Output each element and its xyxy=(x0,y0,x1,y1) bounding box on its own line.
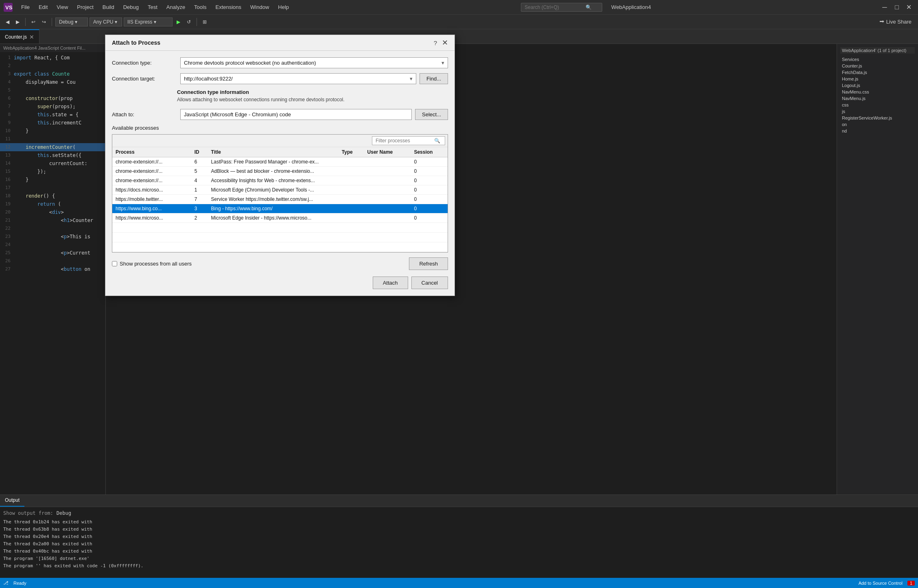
menu-project[interactable]: Project xyxy=(73,2,97,12)
menu-file[interactable]: File xyxy=(17,2,34,12)
empty-cell-2-4 xyxy=(364,242,411,252)
sidebar-item-logout[interactable]: Logout.js xyxy=(840,82,915,89)
connection-type-label: Connection type: xyxy=(112,60,177,66)
code-area[interactable]: 1 import React, { Com 2 3 export class C… xyxy=(0,52,105,275)
sidebar-item-counter[interactable]: Counter.js xyxy=(840,63,915,69)
sidebar-item-on[interactable]: on xyxy=(840,121,915,128)
process-row-6[interactable]: https://www.microso...2Microsoft Edge In… xyxy=(112,213,448,223)
process-cell-id-3: 1 xyxy=(191,185,208,195)
maximize-button[interactable]: □ xyxy=(891,2,903,13)
attach-to-control: JavaScript (Microsoft Edge - Chromium) c… xyxy=(180,109,448,120)
server-dropdown[interactable]: IIS Express ▾ xyxy=(124,17,173,26)
dialog-close-button[interactable]: ✕ xyxy=(442,39,448,46)
process-cell-username-4 xyxy=(364,195,411,204)
menu-analyze[interactable]: Analyze xyxy=(162,2,189,12)
show-all-users-label: Show processes from all users xyxy=(120,261,192,267)
attach-button[interactable]: Attach xyxy=(373,277,408,289)
menu-window[interactable]: Window xyxy=(246,2,273,12)
sidebar-item-home[interactable]: Home.js xyxy=(840,76,915,82)
process-cell-session-1: 0 xyxy=(411,167,448,176)
connection-type-dropdown[interactable]: Chrome devtools protocol websocket (no a… xyxy=(180,57,448,68)
empty-cell-0-2 xyxy=(208,223,339,233)
process-cell-username-2 xyxy=(364,176,411,185)
platform-dropdown[interactable]: Any CPU ▾ xyxy=(90,17,122,26)
menu-debug[interactable]: Debug xyxy=(119,2,143,12)
output-line-1: The thread 0x1b24 has exited with xyxy=(3,518,915,526)
process-row-2[interactable]: chrome-extension://...4Accessibility Ins… xyxy=(112,176,448,185)
sidebar-item-navmenucss[interactable]: NavMenu.css xyxy=(840,89,915,95)
code-line-3: 3 export class Counte xyxy=(0,70,105,78)
menu-edit[interactable]: Edit xyxy=(35,2,52,12)
connection-target-dropdown[interactable]: http://localhost:9222/ ▾ xyxy=(180,73,416,84)
code-line-16: 16 } xyxy=(0,176,105,184)
debug-config-dropdown[interactable]: Debug ▾ xyxy=(55,17,88,26)
process-cell-type-3 xyxy=(339,185,364,195)
empty-cell-1-0 xyxy=(112,233,191,242)
search-input[interactable] xyxy=(525,4,586,10)
live-share-button[interactable]: ⮕ Live Share xyxy=(876,17,915,26)
empty-cell-0-4 xyxy=(364,223,411,233)
forward-button[interactable]: ▶ xyxy=(13,18,22,26)
redo-button[interactable]: ↪ xyxy=(39,18,48,26)
menu-build[interactable]: Build xyxy=(98,2,118,12)
code-line-23: 23 <p>This is xyxy=(0,233,105,241)
search-box[interactable]: 🔍 xyxy=(521,3,602,12)
menu-extensions[interactable]: Extensions xyxy=(211,2,245,12)
filter-input-wrapper[interactable]: 🔍 xyxy=(372,136,445,145)
right-sidebar: WebApplication4' (1 of 1 project) Servic… xyxy=(837,44,918,495)
cancel-button[interactable]: Cancel xyxy=(411,277,448,289)
connection-target-label: Connection target: xyxy=(112,76,177,82)
code-line-12: 12 incrementCounter( xyxy=(0,143,105,151)
restart-button[interactable]: ↺ xyxy=(184,18,193,26)
col-id: ID xyxy=(191,147,208,157)
git-icon: ⎇ xyxy=(3,580,9,586)
process-row-3[interactable]: https://docs.microso...1Microsoft Edge (… xyxy=(112,185,448,195)
sidebar-item-serviceworker[interactable]: RegisterServiceWorker.js xyxy=(840,115,915,121)
code-line-26: 26 xyxy=(0,257,105,265)
sidebar-item-css[interactable]: css xyxy=(840,102,915,108)
minimize-button[interactable]: ─ xyxy=(879,2,890,13)
find-button[interactable]: Find... xyxy=(420,73,448,84)
select-button[interactable]: Select... xyxy=(415,109,448,120)
filter-processes-input[interactable] xyxy=(376,138,433,144)
process-cell-username-5 xyxy=(364,204,411,213)
show-all-users-input[interactable] xyxy=(112,261,117,266)
process-cell-id-5: 3 xyxy=(191,204,208,213)
attach-to-process-dialog: Attach to Process ? ✕ Connection type: C… xyxy=(105,35,455,296)
tab-close-button[interactable]: ✕ xyxy=(29,34,34,40)
sidebar-item-js[interactable]: js xyxy=(840,108,915,115)
toolbar-more[interactable]: ⊞ xyxy=(200,18,209,26)
output-tab[interactable]: Output xyxy=(0,494,24,507)
process-row-1[interactable]: chrome-extension://...5AdBlock — best ad… xyxy=(112,167,448,176)
process-cell-id-1: 5 xyxy=(191,167,208,176)
connection-target-control: http://localhost:9222/ ▾ Find... xyxy=(180,73,448,84)
process-cell-title-4: Service Worker https://mobile.twitter.co… xyxy=(208,195,339,204)
menu-view[interactable]: View xyxy=(52,2,72,12)
menu-help[interactable]: Help xyxy=(274,2,293,12)
sidebar-item-fetchdata[interactable]: FetchData.js xyxy=(840,69,915,76)
sidebar-item-services[interactable]: Services xyxy=(840,56,915,63)
tab-counter-js[interactable]: Counter.js ✕ xyxy=(0,29,39,44)
show-all-users-checkbox[interactable]: Show processes from all users xyxy=(112,261,192,267)
undo-button[interactable]: ↩ xyxy=(29,18,38,26)
ready-text: Ready xyxy=(13,581,26,586)
menu-test[interactable]: Test xyxy=(144,2,162,12)
sidebar-item-nd[interactable]: nd xyxy=(840,128,915,134)
process-row-5[interactable]: https://www.bing.co...3Bing - https://ww… xyxy=(112,204,448,213)
output-panel: Output Show output from: Debug The threa… xyxy=(0,494,918,588)
empty-cell-1-5 xyxy=(411,233,448,242)
dialog-help-button[interactable]: ? xyxy=(434,39,437,46)
output-content: Show output from: Debug The thread 0x1b2… xyxy=(0,507,918,588)
add-to-source-control[interactable]: Add to Source Control xyxy=(859,581,903,586)
process-row-4[interactable]: https://mobile.twitter...7Service Worker… xyxy=(112,195,448,204)
run-button[interactable]: ▶ xyxy=(174,18,183,26)
code-line-18: 18 render() { xyxy=(0,192,105,200)
sidebar-item-navmenujs[interactable]: NavMenu.js xyxy=(840,95,915,102)
chevron-down-icon: ▾ xyxy=(154,19,156,25)
menu-tools[interactable]: Tools xyxy=(190,2,210,12)
back-button[interactable]: ◀ xyxy=(3,18,12,26)
col-username: User Name xyxy=(364,147,411,157)
process-row-0[interactable]: chrome-extension://...6LastPass: Free Pa… xyxy=(112,157,448,167)
close-button[interactable]: ✕ xyxy=(903,2,915,13)
refresh-button[interactable]: Refresh xyxy=(409,257,448,270)
